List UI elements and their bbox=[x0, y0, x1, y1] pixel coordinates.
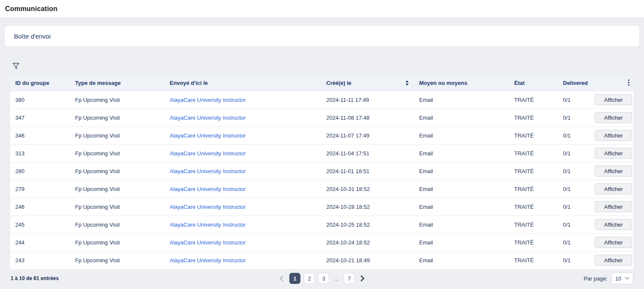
afficher-button[interactable]: Afficher bbox=[595, 255, 632, 266]
created-cell: 2024-10-21 18:49 bbox=[321, 251, 414, 269]
sender-link[interactable]: AlayaCare University Instructor bbox=[170, 204, 246, 210]
group-id-cell: 244 bbox=[10, 233, 70, 251]
sent-by-cell: AlayaCare University Instructor bbox=[165, 180, 321, 198]
status-cell: TRAITÉ bbox=[509, 180, 558, 198]
status-cell: TRAITÉ bbox=[509, 109, 558, 126]
per-page-select[interactable]: 10 bbox=[611, 272, 633, 284]
afficher-button[interactable]: Afficher bbox=[595, 201, 632, 212]
sent-by-cell: AlayaCare University Instructor bbox=[165, 198, 321, 216]
pagination-next-icon[interactable] bbox=[358, 275, 367, 282]
sender-link[interactable]: AlayaCare University Instructor bbox=[170, 168, 246, 174]
pagination-page-1[interactable]: 1 bbox=[289, 273, 300, 284]
medium-cell: Email bbox=[414, 251, 509, 269]
pagination: 123...7 bbox=[277, 273, 367, 284]
afficher-button[interactable]: Afficher bbox=[595, 183, 632, 194]
sort-icon[interactable] bbox=[405, 80, 409, 86]
actions-cell: Afficher bbox=[590, 162, 633, 180]
col-header-group-id: ID du groupe bbox=[10, 76, 70, 91]
message-type-cell: Fp Upcoming Visit bbox=[70, 109, 165, 126]
delivered-cell: 0/1 bbox=[558, 216, 590, 233]
status-cell: TRAITÉ bbox=[509, 233, 558, 251]
created-cell: 2024-11-07 17:49 bbox=[321, 126, 414, 144]
created-cell: 2024-10-31 18:52 bbox=[321, 180, 414, 198]
actions-cell: Afficher bbox=[590, 216, 633, 233]
entries-summary: 1 à 10 de 61 entrées bbox=[11, 275, 59, 281]
medium-cell: Email bbox=[414, 162, 509, 180]
medium-cell: Email bbox=[414, 91, 509, 109]
message-type-cell: Fp Upcoming Visit bbox=[70, 126, 165, 144]
sent-by-cell: AlayaCare University Instructor bbox=[165, 216, 321, 233]
delivered-cell: 0/1 bbox=[558, 251, 590, 269]
message-type-cell: Fp Upcoming Visit bbox=[70, 144, 165, 162]
message-type-cell: Fp Upcoming Visit bbox=[70, 198, 165, 216]
pagination-page-3[interactable]: 3 bbox=[318, 273, 329, 284]
pagination-page-2[interactable]: 2 bbox=[304, 273, 315, 284]
sender-link[interactable]: AlayaCare University Instructor bbox=[170, 257, 246, 264]
outbox-tab[interactable]: Boîte d'envoi bbox=[4, 25, 640, 47]
filter-bar bbox=[12, 62, 644, 70]
created-cell: 2024-10-28 18:52 bbox=[321, 198, 414, 216]
col-header-delivered: Delivered bbox=[558, 76, 590, 91]
pagination-page-7[interactable]: 7 bbox=[344, 273, 355, 284]
col-header-medium: Moyen ou moyens bbox=[414, 76, 509, 91]
filter-icon[interactable] bbox=[12, 62, 20, 70]
afficher-button[interactable]: Afficher bbox=[595, 166, 632, 177]
col-header-status: État bbox=[509, 76, 558, 91]
col-header-created[interactable]: Créé(e) le bbox=[321, 76, 414, 91]
created-cell: 2024-11-11 17:49 bbox=[321, 91, 414, 109]
sender-link[interactable]: AlayaCare University Instructor bbox=[170, 222, 246, 228]
sender-link[interactable]: AlayaCare University Instructor bbox=[170, 97, 246, 103]
table-row: 246Fp Upcoming VisitAlayaCare University… bbox=[10, 198, 633, 216]
message-type-cell: Fp Upcoming Visit bbox=[70, 162, 165, 180]
sender-link[interactable]: AlayaCare University Instructor bbox=[170, 239, 246, 246]
afficher-button[interactable]: Afficher bbox=[595, 148, 632, 159]
actions-cell: Afficher bbox=[590, 251, 633, 269]
delivered-cell: 0/1 bbox=[558, 233, 590, 251]
afficher-button[interactable]: Afficher bbox=[595, 112, 632, 123]
group-id-cell: 246 bbox=[10, 198, 70, 216]
afficher-button[interactable]: Afficher bbox=[595, 94, 632, 105]
medium-cell: Email bbox=[414, 144, 509, 162]
medium-cell: Email bbox=[414, 216, 509, 233]
sent-by-cell: AlayaCare University Instructor bbox=[165, 144, 321, 162]
actions-cell: Afficher bbox=[590, 91, 633, 109]
table-row: 313Fp Upcoming VisitAlayaCare University… bbox=[10, 144, 633, 162]
col-header-sent-by: Envoyé d'ici le bbox=[165, 76, 321, 91]
sent-by-cell: AlayaCare University Instructor bbox=[165, 251, 321, 269]
col-header-message-type: Type de message bbox=[70, 76, 165, 91]
pagination-pages: 123...7 bbox=[289, 273, 355, 284]
delivered-cell: 0/1 bbox=[558, 162, 590, 180]
sent-by-cell: AlayaCare University Instructor bbox=[165, 233, 321, 251]
sender-link[interactable]: AlayaCare University Instructor bbox=[170, 186, 246, 192]
col-header-actions bbox=[590, 76, 633, 91]
afficher-button[interactable]: Afficher bbox=[595, 219, 632, 230]
actions-cell: Afficher bbox=[590, 233, 633, 251]
medium-cell: Email bbox=[414, 198, 509, 216]
group-id-cell: 313 bbox=[10, 144, 70, 162]
afficher-button[interactable]: Afficher bbox=[595, 237, 632, 248]
delivered-cell: 0/1 bbox=[558, 126, 590, 144]
medium-cell: Email bbox=[414, 233, 509, 251]
medium-cell: Email bbox=[414, 126, 509, 144]
kebab-menu-icon[interactable] bbox=[628, 79, 630, 86]
actions-cell: Afficher bbox=[590, 144, 633, 162]
pagination-prev-icon[interactable] bbox=[277, 275, 286, 282]
status-cell: TRAITÉ bbox=[509, 126, 558, 144]
per-page-value: 10 bbox=[615, 275, 621, 282]
medium-cell: Email bbox=[414, 109, 509, 126]
sender-link[interactable]: AlayaCare University Instructor bbox=[170, 150, 246, 157]
sender-link[interactable]: AlayaCare University Instructor bbox=[170, 132, 246, 139]
group-id-cell: 380 bbox=[10, 91, 70, 109]
message-type-cell: Fp Upcoming Visit bbox=[70, 91, 165, 109]
actions-cell: Afficher bbox=[590, 109, 633, 126]
table-header-row: ID du groupe Type de message Envoyé d'ic… bbox=[10, 76, 633, 91]
per-page-control: Par page: 10 bbox=[584, 272, 633, 284]
status-cell: TRAITÉ bbox=[509, 144, 558, 162]
status-cell: TRAITÉ bbox=[509, 251, 558, 269]
afficher-button[interactable]: Afficher bbox=[595, 130, 632, 141]
status-cell: TRAITÉ bbox=[509, 162, 558, 180]
status-cell: TRAITÉ bbox=[509, 91, 558, 109]
created-cell: 2024-10-25 18:52 bbox=[321, 216, 414, 233]
sender-link[interactable]: AlayaCare University Instructor bbox=[170, 115, 246, 121]
message-type-cell: Fp Upcoming Visit bbox=[70, 233, 165, 251]
